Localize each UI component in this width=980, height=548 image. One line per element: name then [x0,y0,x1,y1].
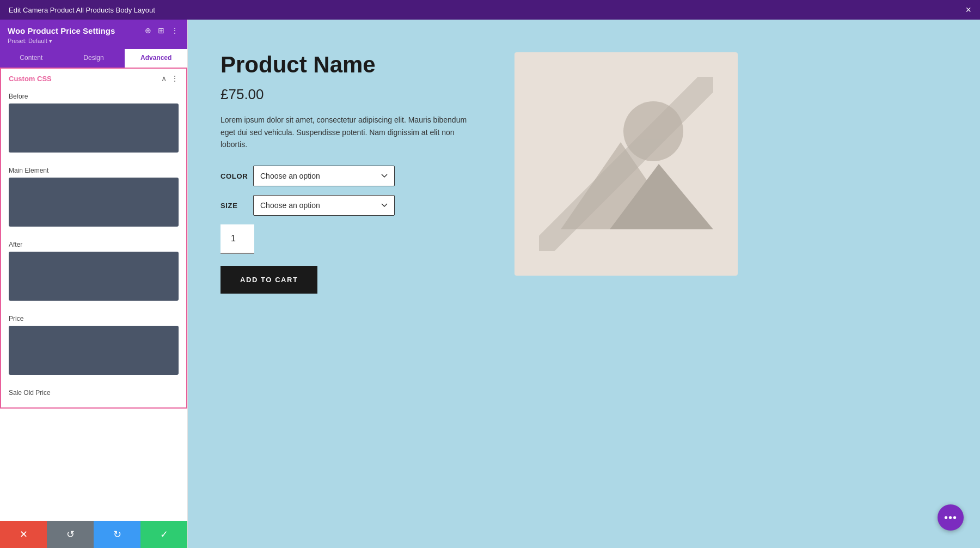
product-area: Product Name £75.00 Lorem ipsum dolor si… [188,20,950,315]
sale-old-price-label: Sale Old Price [9,389,179,397]
custom-css-header-icons: ∧ ⋮ [161,74,179,83]
preset-label[interactable]: Preset: Default [8,38,180,45]
after-label: After [9,241,179,248]
panel-icon-more[interactable]: ⋮ [170,25,180,36]
after-textarea[interactable] [9,252,179,301]
save-button[interactable]: ✓ [140,521,187,548]
css-price-section: Price [1,310,186,385]
right-content: Product Name £75.00 Lorem ipsum dolor si… [188,20,980,548]
before-textarea[interactable] [9,103,179,153]
product-image-placeholder [514,52,738,276]
fab-dots-icon: ••• [944,512,957,524]
tab-design[interactable]: Design [63,49,125,68]
bottom-toolbar: ✕ ↺ ↻ ✓ [0,521,187,548]
section-more-icon[interactable]: ⋮ [171,74,179,83]
redo-icon: ↻ [113,528,121,540]
css-sale-old-price-section: Sale Old Price [1,385,186,407]
close-button[interactable]: × [965,5,971,15]
before-label: Before [9,93,179,100]
color-variation-row: COLOR Choose an option [220,166,482,186]
left-panel: Woo Product Price Settings ⊕ ⊞ ⋮ Preset:… [0,20,188,548]
tab-content[interactable]: Content [0,49,63,68]
css-before-section: Before [1,88,186,162]
custom-css-section: Custom CSS ∧ ⋮ Before Main Element [0,68,187,409]
custom-css-header: Custom CSS ∧ ⋮ [1,69,186,88]
undo-icon: ↺ [66,528,75,540]
size-select[interactable]: Choose an option [253,195,395,216]
main-element-textarea[interactable] [9,178,179,227]
placeholder-svg [539,77,713,251]
panel-title-row: Woo Product Price Settings ⊕ ⊞ ⋮ [8,25,180,36]
price-label: Price [9,315,179,322]
undo-button[interactable]: ↺ [47,521,94,548]
quantity-wrapper [220,224,482,254]
product-name: Product Name [220,52,482,77]
redo-button[interactable]: ↻ [94,521,140,548]
panel-content: Custom CSS ∧ ⋮ Before Main Element [0,68,187,521]
main-layout: Woo Product Price Settings ⊕ ⊞ ⋮ Preset:… [0,20,980,548]
panel-title: Woo Product Price Settings [8,26,115,35]
panel-icon-grid[interactable]: ⊞ [157,25,166,36]
cancel-icon: ✕ [20,528,28,540]
fab-button[interactable]: ••• [938,504,964,531]
color-label: COLOR [220,172,253,180]
top-bar: Edit Camera Product All Products Body La… [0,0,980,20]
top-bar-title: Edit Camera Product All Products Body La… [9,6,155,14]
size-label: SIZE [220,202,253,210]
add-to-cart-button[interactable]: ADD TO CART [220,266,317,294]
product-details: Product Name £75.00 Lorem ipsum dolor si… [220,52,482,294]
product-description: Lorem ipsum dolor sit amet, consectetur … [220,114,482,150]
panel-icon-target[interactable]: ⊕ [144,25,152,36]
save-icon: ✓ [160,528,168,540]
price-textarea[interactable] [9,326,179,375]
css-after-section: After [1,236,186,310]
collapse-icon[interactable]: ∧ [161,74,167,83]
size-variation-row: SIZE Choose an option [220,195,482,216]
panel-icons: ⊕ ⊞ ⋮ [144,25,180,36]
tabs: Content Design Advanced [0,49,187,68]
css-main-element-section: Main Element [1,162,186,236]
main-element-label: Main Element [9,167,179,174]
color-select[interactable]: Choose an option [253,166,395,186]
tab-advanced[interactable]: Advanced [125,49,187,68]
custom-css-title: Custom CSS [9,75,52,83]
cancel-button[interactable]: ✕ [0,521,47,548]
product-price: £75.00 [220,86,482,103]
quantity-input[interactable] [220,224,254,254]
panel-header: Woo Product Price Settings ⊕ ⊞ ⋮ Preset:… [0,20,187,49]
